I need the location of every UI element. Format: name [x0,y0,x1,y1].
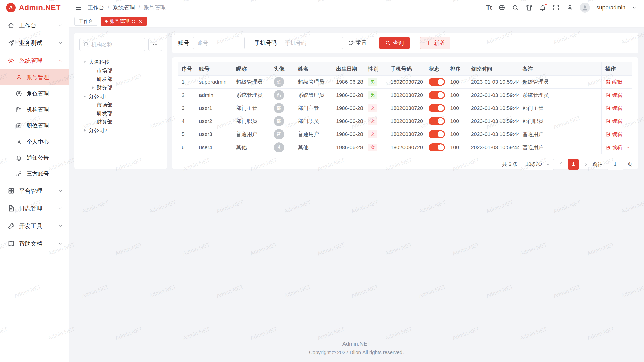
page-number-1[interactable]: 1 [568,159,579,170]
status-toggle[interactable] [429,104,445,112]
edit-icon [605,119,611,124]
sidebar-item-test[interactable]: 业务测试 [0,34,69,52]
tree-node-label: 分公司2 [89,127,107,134]
sidebar-item-docs[interactable]: 帮助文档 [0,235,69,252]
column-header: 排序 [447,62,467,75]
tree-node[interactable]: 大名科技 [79,58,162,66]
row-more-icon[interactable] [627,131,629,138]
cell-account: user4 [195,141,233,154]
sidebar-subitem-third[interactable]: 三方账号 [0,166,69,182]
tree-node[interactable]: 研发部 [79,75,162,83]
breadcrumb: 工作台 / 系统管理 / 账号管理 [88,4,166,11]
globe-icon[interactable] [498,4,505,11]
phone-input[interactable] [281,37,332,49]
sidebar-item-home[interactable]: 工作台 [0,17,69,34]
tree-node[interactable]: 市场部 [79,66,162,75]
next-page-icon[interactable] [583,161,589,167]
tree-node[interactable]: 分公司2 [79,126,162,135]
theme-icon[interactable] [526,4,533,11]
tree-node[interactable]: 财务部 [79,118,162,126]
logo[interactable]: A Admin.NET [0,0,69,15]
chevron-down-icon [58,241,63,246]
edit-button[interactable]: 编辑 [605,79,622,85]
column-header: 修改时间 [467,62,519,75]
sidebar-item-gear[interactable]: 系统管理 [0,52,69,69]
user-menu-chevron-icon[interactable] [632,5,637,10]
sidebar-subitem-user[interactable]: 账号管理 [0,69,69,85]
sidebar-item-platform[interactable]: 平台管理 [0,182,69,200]
search-button[interactable]: 查询 [379,37,410,49]
tree-node[interactable]: 财务部 [79,83,162,92]
account-input[interactable] [193,37,245,49]
status-toggle[interactable] [429,130,445,138]
search-icon [385,40,391,46]
sidebar: A Admin.NET 工作台业务测试系统管理账号管理角色管理机构管理职位管理个… [0,0,69,362]
search-icon[interactable] [512,4,519,11]
username[interactable]: superadmin [596,4,625,11]
edit-button[interactable]: 编辑 [605,131,622,138]
tree-caret-right-icon[interactable] [89,85,97,90]
tree-caret-right-icon[interactable] [81,128,89,133]
cell-index: 5 [178,128,195,141]
tab-close-icon[interactable] [138,19,143,24]
log-icon [8,205,15,212]
status-toggle[interactable] [429,117,445,125]
prev-page-icon[interactable] [558,161,564,167]
cell-status [425,102,447,115]
edit-button[interactable]: 编辑 [605,92,622,99]
tree-node[interactable]: 研发部 [79,109,162,118]
row-more-icon[interactable] [627,92,629,98]
sidebar-item-log[interactable]: 日志管理 [0,200,69,217]
row-more-icon[interactable] [627,79,629,85]
edit-button[interactable]: 编辑 [605,144,622,151]
account-settings-icon[interactable] [566,4,573,11]
status-toggle[interactable] [429,78,445,86]
sidebar-subitem-role[interactable]: 角色管理 [0,85,69,102]
cell-phone: 18020030720 [387,141,425,154]
row-avatar: 其 [274,142,284,152]
row-more-icon[interactable] [627,144,629,151]
cell-index: 2 [178,88,195,102]
status-toggle[interactable] [429,91,445,99]
tab-account-management[interactable]: 账号管理 [101,17,147,26]
font-size-icon[interactable]: Tt [486,5,492,11]
gear-icon [8,57,15,64]
menu-collapse-icon[interactable] [75,4,82,11]
breadcrumb-item-system[interactable]: 系统管理 [113,4,135,11]
app-root: A Admin.NET 工作台业务测试系统管理账号管理角色管理机构管理职位管理个… [0,0,644,362]
sidebar-subitem-bell[interactable]: 通知公告 [0,150,69,166]
sidebar-subitem-org[interactable]: 机构管理 [0,102,69,118]
cell-remark: 普通用户 [519,141,601,154]
edit-button[interactable]: 编辑 [605,105,622,112]
org-search-input[interactable] [79,38,145,51]
page-size-select[interactable]: 10条/页 [522,159,554,170]
cell-status [425,141,447,154]
tab-workbench[interactable]: 工作台 [74,17,97,26]
sidebar-subitem-position[interactable]: 职位管理 [0,118,69,134]
status-toggle[interactable] [429,143,445,151]
row-more-icon[interactable] [627,105,629,111]
cell-operations: 编辑 [601,102,632,115]
org-more-button[interactable] [148,38,162,51]
cell-remark: 部门职员 [519,115,601,128]
tree-node[interactable]: 市场部 [79,101,162,109]
sidebar-item-tools[interactable]: 开发工具 [0,217,69,235]
notification-icon[interactable] [539,4,546,11]
add-button[interactable]: 新增 [420,37,450,49]
tab-refresh-icon[interactable] [131,19,136,24]
breadcrumb-item-workbench[interactable]: 工作台 [88,4,104,11]
avatar[interactable] [580,3,590,13]
breadcrumb-separator: / [138,4,140,11]
row-more-icon[interactable] [627,118,629,124]
tree-node[interactable]: 分公司1 [79,92,162,101]
goto-page-input[interactable] [607,159,623,170]
chevron-up-icon [58,58,63,63]
edit-button[interactable]: 编辑 [605,118,622,125]
tree-caret-down-icon[interactable] [81,94,89,99]
reset-button[interactable]: 重置 [342,37,372,49]
tree-caret-down-icon[interactable] [81,60,89,65]
tab-label: 工作台 [79,18,93,25]
main-area: 工作台 / 系统管理 / 账号管理 Tt superadmin [69,0,644,362]
sidebar-subitem-profile[interactable]: 个人中心 [0,134,69,150]
fullscreen-icon[interactable] [553,4,560,11]
